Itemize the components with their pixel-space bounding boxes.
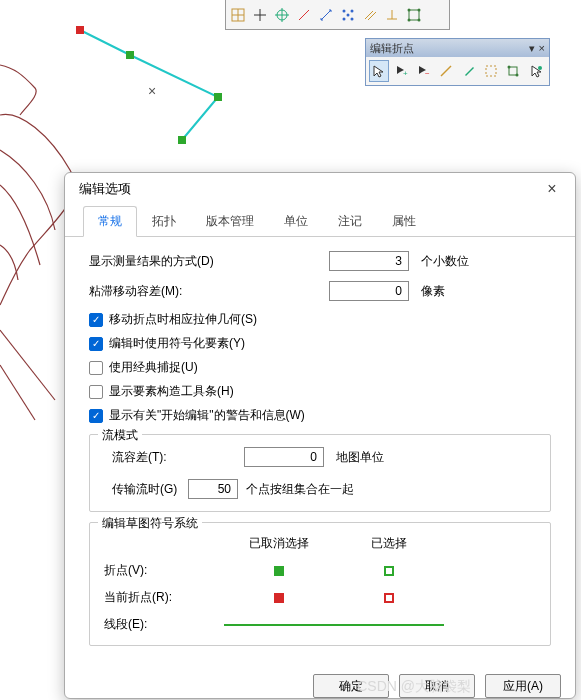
svg-text:−: − xyxy=(425,69,430,78)
vertex-deselected-swatch[interactable] xyxy=(274,566,284,576)
stretch-geom-label: 移动折点时相应拉伸几何(S) xyxy=(109,311,257,328)
main-toolbar-fragment xyxy=(225,0,450,30)
pixel-unit-label: 像素 xyxy=(421,283,445,300)
toolbar-grid-icon[interactable] xyxy=(228,5,248,25)
display-result-label: 显示测量结果的方式(D) xyxy=(89,253,329,270)
svg-point-16 xyxy=(343,17,346,20)
toolbar-crosshair-icon[interactable] xyxy=(250,5,270,25)
apply-button[interactable]: 应用(A) xyxy=(485,674,561,698)
svg-rect-3 xyxy=(76,26,84,34)
watermark: CSDN @大脑袋梨 xyxy=(357,678,471,696)
stretch-geom-checkbox[interactable]: ✓ xyxy=(89,313,103,327)
vertex-label: 折点(V): xyxy=(104,562,224,579)
svg-point-33 xyxy=(508,66,511,69)
use-symbology-checkbox[interactable]: ✓ xyxy=(89,337,103,351)
segment-label: 线段(E): xyxy=(104,616,224,633)
deselected-header: 已取消选择 xyxy=(224,535,334,552)
sketch-group-title: 编辑草图符号系统 xyxy=(98,515,202,532)
svg-point-24 xyxy=(408,8,411,11)
toolbar-topo-icon[interactable] xyxy=(404,5,424,25)
toolbar-target-icon[interactable] xyxy=(272,5,292,25)
close-button[interactable]: × xyxy=(537,180,567,198)
sketch-symbol-group: 编辑草图符号系统 已取消选择 已选择 折点(V): 当前折点(R): 线段( xyxy=(89,522,551,646)
segment-swatch[interactable] xyxy=(224,624,444,626)
tab-general[interactable]: 常规 xyxy=(83,206,137,237)
toolbar-dropdown-icon[interactable]: ▾ xyxy=(529,42,535,55)
toolbar-scatter-icon[interactable] xyxy=(338,5,358,25)
svg-rect-0 xyxy=(126,51,134,59)
stream-tolerance-input[interactable] xyxy=(244,447,324,467)
current-vertex-label: 当前折点(R): xyxy=(104,589,224,606)
tab-topology[interactable]: 拓扑 xyxy=(137,206,191,237)
svg-rect-32 xyxy=(509,67,517,75)
stream-tol-label: 流容差(T): xyxy=(104,449,244,466)
svg-point-17 xyxy=(351,17,354,20)
tab-version[interactable]: 版本管理 xyxy=(191,206,269,237)
stream-mode-group: 流模式 流容差(T): 地图单位 传输流时(G) 个点按组集合在一起 xyxy=(89,434,551,512)
stream-group-title: 流模式 xyxy=(98,427,142,444)
pointer-tool-icon[interactable] xyxy=(369,60,389,82)
dialog-button-row: 确定 取消 应用(A) xyxy=(65,664,575,698)
map-unit-label: 地图单位 xyxy=(336,449,384,466)
current-vertex-deselected-swatch[interactable] xyxy=(274,593,284,603)
select-box-icon[interactable] xyxy=(481,60,501,82)
tab-attribute[interactable]: 属性 xyxy=(377,206,431,237)
svg-rect-31 xyxy=(486,66,496,76)
svg-line-30 xyxy=(441,66,451,76)
svg-line-13 xyxy=(299,10,309,20)
show-construct-checkbox[interactable] xyxy=(89,385,103,399)
edit-vertices-titlebar[interactable]: 编辑折点 ▾ × xyxy=(366,39,549,57)
vertex-selected-swatch[interactable] xyxy=(384,566,394,576)
edit-vertices-title: 编辑折点 xyxy=(370,41,414,56)
svg-text:×: × xyxy=(148,83,156,99)
svg-point-18 xyxy=(347,13,350,16)
use-classic-checkbox[interactable] xyxy=(89,361,103,375)
show-warnings-label: 显示有关"开始编辑"的警告和信息(W) xyxy=(109,407,305,424)
toolbar-diag-icon[interactable] xyxy=(294,5,314,25)
svg-point-34 xyxy=(516,74,519,77)
add-vertex-icon[interactable]: + xyxy=(391,60,411,82)
finish-sketch-icon[interactable] xyxy=(526,60,546,82)
tab-unit[interactable]: 单位 xyxy=(269,206,323,237)
svg-line-20 xyxy=(368,12,376,20)
svg-rect-2 xyxy=(178,136,186,144)
sticky-tolerance-input[interactable] xyxy=(329,281,409,301)
toolbar-parallel-icon[interactable] xyxy=(360,5,380,25)
dialog-tabs: 常规 拓扑 版本管理 单位 注记 属性 xyxy=(65,205,575,237)
sticky-move-label: 粘滞移动容差(M): xyxy=(89,283,329,300)
svg-line-19 xyxy=(365,11,373,19)
svg-point-15 xyxy=(351,9,354,12)
edit-vertices-toolbar[interactable]: 编辑折点 ▾ × + − xyxy=(365,38,550,86)
sketch-line-icon[interactable] xyxy=(436,60,456,82)
tab-annotation[interactable]: 注记 xyxy=(323,206,377,237)
editing-options-dialog: 编辑选项 × 常规 拓扑 版本管理 单位 注记 属性 显示测量结果的方式(D) … xyxy=(64,172,576,699)
toolbar-perp-icon[interactable] xyxy=(382,5,402,25)
sketch-pen-icon[interactable] xyxy=(459,60,479,82)
group-together-label: 个点按组集合在一起 xyxy=(246,481,354,498)
svg-rect-1 xyxy=(214,93,222,101)
svg-point-35 xyxy=(538,66,542,70)
toolbar-scale-icon[interactable] xyxy=(316,5,336,25)
topology-icon[interactable] xyxy=(503,60,523,82)
decimal-places-input[interactable] xyxy=(329,251,409,271)
dialog-titlebar[interactable]: 编辑选项 × xyxy=(65,173,575,205)
svg-point-25 xyxy=(418,8,421,11)
transfer-stream-label: 传输流时(G) xyxy=(104,481,188,498)
svg-rect-23 xyxy=(409,10,419,20)
dialog-title: 编辑选项 xyxy=(79,180,131,198)
svg-text:+: + xyxy=(403,69,408,78)
toolbar-close-icon[interactable]: × xyxy=(539,42,545,55)
selected-header: 已选择 xyxy=(334,535,444,552)
transfer-count-input[interactable] xyxy=(188,479,238,499)
current-vertex-selected-swatch[interactable] xyxy=(384,593,394,603)
svg-point-27 xyxy=(418,18,421,21)
show-warnings-checkbox[interactable]: ✓ xyxy=(89,409,103,423)
delete-vertex-icon[interactable]: − xyxy=(414,60,434,82)
svg-point-14 xyxy=(343,9,346,12)
decimal-unit-label: 个小数位 xyxy=(421,253,469,270)
use-symbology-label: 编辑时使用符号化要素(Y) xyxy=(109,335,245,352)
use-classic-label: 使用经典捕捉(U) xyxy=(109,359,198,376)
show-construct-label: 显示要素构造工具条(H) xyxy=(109,383,234,400)
svg-point-26 xyxy=(408,18,411,21)
dialog-content: 显示测量结果的方式(D) 个小数位 粘滞移动容差(M): 像素 ✓ 移动折点时相… xyxy=(65,237,575,664)
